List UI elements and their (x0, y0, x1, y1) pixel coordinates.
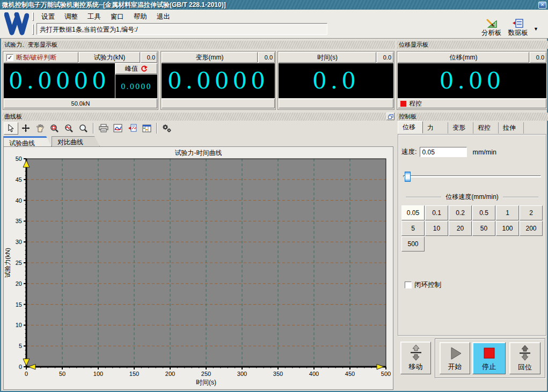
curve-style-icon[interactable] (111, 122, 125, 135)
y-tick-label: 45 (16, 176, 22, 183)
stop-button[interactable]: 停止 (472, 342, 506, 374)
peak-clear-button[interactable]: 峰值 (115, 63, 157, 74)
select-cursor-icon[interactable] (4, 122, 18, 135)
menu-item[interactable]: 工具 (83, 11, 106, 21)
deform-channel-button[interactable]: 变形(mm) (162, 52, 258, 63)
speed-label: 速度: (401, 147, 417, 157)
time-channel-button[interactable]: 时间(s) (279, 52, 376, 63)
curve-section: 曲线板 (2, 113, 395, 391)
closed-loop-row[interactable]: 闭环控制 (403, 280, 441, 290)
speed-preset-button[interactable]: 0.5 (472, 205, 495, 220)
break-judge-cell[interactable]: 断裂/破碎判断 (4, 52, 78, 63)
menu-bar: 设置调整工具窗口帮助退出 (36, 11, 175, 21)
section-caption: 位移显示板 (397, 41, 548, 49)
chart-container[interactable]: 试验力-时间曲线 0510152025303540455005010015020… (3, 146, 393, 390)
speed-preset-button[interactable]: 10 (425, 221, 448, 236)
app-logo (4, 12, 29, 36)
speed-preset-button[interactable]: 0.2 (449, 205, 472, 220)
menu-item[interactable]: 设置 (36, 11, 60, 21)
control-tab[interactable]: 力 (423, 122, 448, 134)
menu-item[interactable]: 帮助 (129, 11, 152, 21)
crosshair-move-icon[interactable] (18, 122, 33, 135)
break-judge-checkbox[interactable] (6, 54, 13, 61)
y-tick-label: 30 (16, 239, 22, 245)
deform-panel: 变形(mm) 0.0 0.0000 (160, 51, 276, 110)
gears-icon[interactable] (159, 122, 174, 135)
restore-window-icon (388, 114, 393, 119)
control-tab[interactable]: 程控 (473, 122, 499, 134)
closed-loop-label: 闭环控制 (414, 280, 441, 290)
displacement-value-display: 0.00 (398, 63, 546, 98)
zoom-reset-icon[interactable] (76, 122, 91, 135)
toolbar-separator (93, 123, 94, 134)
return-button[interactable]: 回位 (509, 342, 540, 374)
time-value-display: 0.0 (279, 63, 393, 98)
force-channel-button[interactable]: 试验力(kN) (79, 52, 140, 63)
analysis-board-icon (486, 19, 497, 28)
force-panel: 断裂/破碎判断 试验力(kN) 0.0 0.0000 峰值 0.0000 (3, 51, 158, 110)
speed-preset-button[interactable]: 5 (401, 221, 425, 236)
speed-preset-button[interactable]: 1 (496, 205, 519, 220)
data-grid-icon[interactable] (140, 122, 154, 135)
status-field: 共打开数据1条,当前位置为1,编号:/ (36, 23, 327, 35)
x-tick-label: 300 (237, 371, 247, 377)
displacement-channel-button[interactable]: 位移(mm) (398, 52, 529, 63)
force-range-bar: 50.0kN (4, 99, 157, 108)
menu-toolbar: 设置调整工具窗口帮助退出 共打开数据1条,当前位置为1,编号:/ 分析板 (0, 10, 548, 39)
start-button[interactable]: 开始 (440, 342, 470, 374)
control-tab[interactable]: 位移 (398, 121, 423, 134)
control-section: 控制板 位移力变形程控拉伸 速度: mm/min 位移速度(mm/min) 0.… (397, 113, 548, 391)
time-info-bar (279, 99, 393, 108)
pan-hand-icon[interactable] (33, 122, 47, 135)
menu-item[interactable]: 调整 (60, 11, 83, 21)
zoom-curve-icon[interactable] (62, 122, 76, 135)
curve-export-icon[interactable] (125, 122, 140, 135)
speed-preset-button[interactable]: 100 (496, 221, 519, 236)
x-axis-label: 时间(s) (196, 379, 216, 386)
force-display-section: 试验力、变形显示板 断裂/破碎判断 试验力(kN) 0.0 0.0000 峰值 (2, 41, 395, 111)
speed-slider-thumb[interactable] (405, 172, 411, 182)
closed-loop-checkbox[interactable] (405, 282, 412, 289)
speed-preset-button[interactable]: 500 (401, 236, 425, 252)
speed-preset-button[interactable]: 0.1 (425, 205, 448, 220)
y-axis-label: 试验力(kN) (4, 248, 11, 278)
section-caption: 控制板 (397, 113, 548, 121)
toolbar-grip (32, 12, 34, 21)
zoom-region-icon[interactable] (47, 122, 62, 135)
speed-slider-track[interactable] (403, 175, 541, 177)
menu-item[interactable]: 退出 (152, 11, 175, 21)
toolbar-overflow-chevron[interactable]: ▼ (534, 26, 538, 38)
panel-restore-button[interactable] (386, 113, 394, 120)
curve-tab[interactable]: 对比曲线 (52, 136, 100, 146)
x-tick-label: 50 (59, 371, 65, 377)
title-bar: 微机控制电子万能试验机测控系统--[金属材料室温拉伸试验(GB/T 228.1-… (0, 0, 548, 10)
speed-preset-button[interactable]: 0.05 (401, 205, 425, 220)
y-tick-label: 25 (16, 260, 22, 266)
displacement-status-bar: 程控 (398, 99, 546, 108)
control-tab[interactable]: 拉伸 (499, 122, 524, 134)
run-button-group: 开始 停止 回位 (435, 338, 545, 378)
displacement-aux-display: 0.0 (530, 52, 546, 63)
print-icon[interactable] (96, 122, 111, 135)
speed-input[interactable] (420, 147, 467, 157)
section-caption: 曲线板 (2, 113, 395, 121)
peak-value-display: 0.0000 (115, 75, 157, 98)
status-text: 共打开数据1条,当前位置为1,编号:/ (40, 26, 138, 33)
y-tick-label: 10 (16, 322, 22, 328)
control-tab[interactable]: 变形 (448, 122, 473, 134)
data-board-button[interactable]: 数据板 (507, 18, 530, 38)
speed-preset-button[interactable]: 2 (520, 205, 543, 220)
force-aux-display: 0.0 (141, 52, 157, 63)
chart-canvas[interactable]: 0510152025303540455005010015020025030035… (4, 156, 393, 389)
speed-preset-button[interactable]: 200 (520, 221, 543, 236)
menu-item[interactable]: 窗口 (106, 11, 129, 21)
y-tick-label: 20 (16, 280, 22, 287)
move-button[interactable]: 移动 (400, 342, 431, 374)
curve-tab[interactable]: 试验曲线 (3, 136, 52, 146)
speed-preset-button[interactable]: 20 (449, 221, 472, 236)
speed-preset-button[interactable]: 50 (472, 221, 495, 236)
break-judge-label: 断裂/破碎判断 (16, 53, 56, 62)
y-tick-label: 35 (16, 218, 22, 224)
analysis-board-button[interactable]: 分析板 (480, 18, 503, 38)
close-button[interactable]: ✕ (538, 2, 546, 9)
